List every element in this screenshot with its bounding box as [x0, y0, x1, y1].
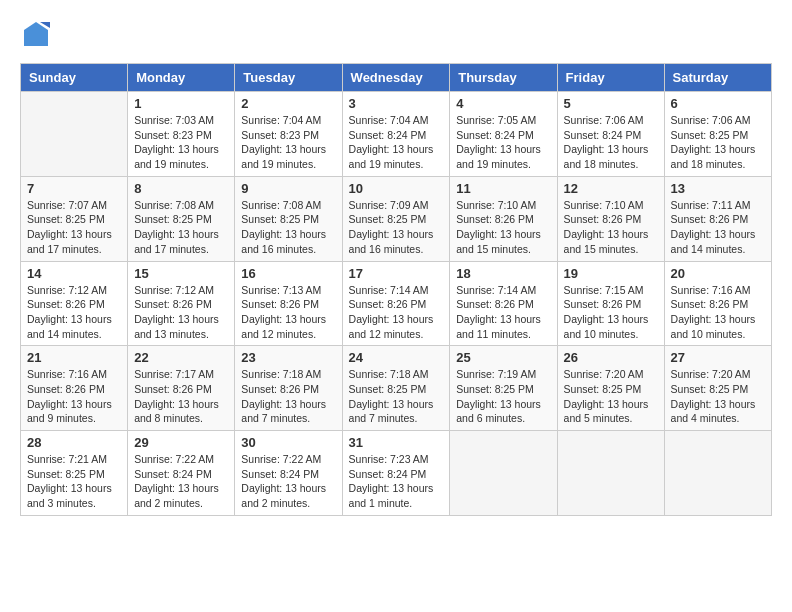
calendar-cell: 5Sunrise: 7:06 AMSunset: 8:24 PMDaylight… — [557, 92, 664, 177]
sunset-text: Sunset: 8:24 PM — [134, 467, 228, 482]
day-number: 17 — [349, 266, 444, 281]
daylight-text: Daylight: 13 hours and 2 minutes. — [134, 481, 228, 510]
sunrise-text: Sunrise: 7:23 AM — [349, 452, 444, 467]
daylight-text: Daylight: 13 hours and 19 minutes. — [456, 142, 550, 171]
sunset-text: Sunset: 8:26 PM — [134, 297, 228, 312]
calendar-cell: 13Sunrise: 7:11 AMSunset: 8:26 PMDayligh… — [664, 176, 771, 261]
day-info: Sunrise: 7:03 AMSunset: 8:23 PMDaylight:… — [134, 113, 228, 172]
sunrise-text: Sunrise: 7:19 AM — [456, 367, 550, 382]
daylight-text: Daylight: 13 hours and 15 minutes. — [456, 227, 550, 256]
calendar-cell: 23Sunrise: 7:18 AMSunset: 8:26 PMDayligh… — [235, 346, 342, 431]
daylight-text: Daylight: 13 hours and 8 minutes. — [134, 397, 228, 426]
col-header-saturday: Saturday — [664, 64, 771, 92]
day-number: 22 — [134, 350, 228, 365]
day-number: 18 — [456, 266, 550, 281]
calendar-cell: 30Sunrise: 7:22 AMSunset: 8:24 PMDayligh… — [235, 431, 342, 516]
col-header-sunday: Sunday — [21, 64, 128, 92]
daylight-text: Daylight: 13 hours and 19 minutes. — [349, 142, 444, 171]
sunrise-text: Sunrise: 7:20 AM — [671, 367, 765, 382]
calendar-cell: 16Sunrise: 7:13 AMSunset: 8:26 PMDayligh… — [235, 261, 342, 346]
day-number: 4 — [456, 96, 550, 111]
sunset-text: Sunset: 8:25 PM — [27, 467, 121, 482]
sunset-text: Sunset: 8:26 PM — [456, 297, 550, 312]
day-number: 31 — [349, 435, 444, 450]
sunset-text: Sunset: 8:26 PM — [671, 297, 765, 312]
calendar-cell: 11Sunrise: 7:10 AMSunset: 8:26 PMDayligh… — [450, 176, 557, 261]
daylight-text: Daylight: 13 hours and 10 minutes. — [564, 312, 658, 341]
day-number: 9 — [241, 181, 335, 196]
calendar-cell: 17Sunrise: 7:14 AMSunset: 8:26 PMDayligh… — [342, 261, 450, 346]
day-info: Sunrise: 7:05 AMSunset: 8:24 PMDaylight:… — [456, 113, 550, 172]
daylight-text: Daylight: 13 hours and 2 minutes. — [241, 481, 335, 510]
col-header-thursday: Thursday — [450, 64, 557, 92]
col-header-friday: Friday — [557, 64, 664, 92]
sunset-text: Sunset: 8:25 PM — [349, 212, 444, 227]
sunrise-text: Sunrise: 7:08 AM — [134, 198, 228, 213]
calendar-cell: 10Sunrise: 7:09 AMSunset: 8:25 PMDayligh… — [342, 176, 450, 261]
sunset-text: Sunset: 8:24 PM — [456, 128, 550, 143]
calendar-week-row: 7Sunrise: 7:07 AMSunset: 8:25 PMDaylight… — [21, 176, 772, 261]
sunrise-text: Sunrise: 7:14 AM — [349, 283, 444, 298]
daylight-text: Daylight: 13 hours and 19 minutes. — [134, 142, 228, 171]
calendar-header-row: SundayMondayTuesdayWednesdayThursdayFrid… — [21, 64, 772, 92]
logo-icon — [22, 20, 50, 48]
sunrise-text: Sunrise: 7:12 AM — [134, 283, 228, 298]
sunset-text: Sunset: 8:26 PM — [27, 297, 121, 312]
day-info: Sunrise: 7:23 AMSunset: 8:24 PMDaylight:… — [349, 452, 444, 511]
daylight-text: Daylight: 13 hours and 14 minutes. — [671, 227, 765, 256]
sunset-text: Sunset: 8:26 PM — [349, 297, 444, 312]
daylight-text: Daylight: 13 hours and 16 minutes. — [241, 227, 335, 256]
sunset-text: Sunset: 8:25 PM — [134, 212, 228, 227]
sunrise-text: Sunrise: 7:16 AM — [671, 283, 765, 298]
day-number: 6 — [671, 96, 765, 111]
calendar-week-row: 14Sunrise: 7:12 AMSunset: 8:26 PMDayligh… — [21, 261, 772, 346]
day-number: 24 — [349, 350, 444, 365]
calendar-cell: 21Sunrise: 7:16 AMSunset: 8:26 PMDayligh… — [21, 346, 128, 431]
sunrise-text: Sunrise: 7:07 AM — [27, 198, 121, 213]
sunrise-text: Sunrise: 7:10 AM — [564, 198, 658, 213]
sunrise-text: Sunrise: 7:22 AM — [134, 452, 228, 467]
sunset-text: Sunset: 8:25 PM — [671, 382, 765, 397]
day-info: Sunrise: 7:19 AMSunset: 8:25 PMDaylight:… — [456, 367, 550, 426]
sunrise-text: Sunrise: 7:11 AM — [671, 198, 765, 213]
day-number: 27 — [671, 350, 765, 365]
sunrise-text: Sunrise: 7:15 AM — [564, 283, 658, 298]
col-header-wednesday: Wednesday — [342, 64, 450, 92]
calendar-cell: 26Sunrise: 7:20 AMSunset: 8:25 PMDayligh… — [557, 346, 664, 431]
day-info: Sunrise: 7:12 AMSunset: 8:26 PMDaylight:… — [27, 283, 121, 342]
sunrise-text: Sunrise: 7:06 AM — [564, 113, 658, 128]
calendar-cell — [450, 431, 557, 516]
day-info: Sunrise: 7:22 AMSunset: 8:24 PMDaylight:… — [241, 452, 335, 511]
sunset-text: Sunset: 8:26 PM — [27, 382, 121, 397]
sunrise-text: Sunrise: 7:18 AM — [241, 367, 335, 382]
day-info: Sunrise: 7:07 AMSunset: 8:25 PMDaylight:… — [27, 198, 121, 257]
daylight-text: Daylight: 13 hours and 17 minutes. — [27, 227, 121, 256]
day-info: Sunrise: 7:18 AMSunset: 8:26 PMDaylight:… — [241, 367, 335, 426]
day-number: 13 — [671, 181, 765, 196]
calendar-cell: 24Sunrise: 7:18 AMSunset: 8:25 PMDayligh… — [342, 346, 450, 431]
sunset-text: Sunset: 8:26 PM — [564, 212, 658, 227]
sunrise-text: Sunrise: 7:08 AM — [241, 198, 335, 213]
day-number: 16 — [241, 266, 335, 281]
calendar-cell: 25Sunrise: 7:19 AMSunset: 8:25 PMDayligh… — [450, 346, 557, 431]
sunrise-text: Sunrise: 7:10 AM — [456, 198, 550, 213]
calendar-cell: 29Sunrise: 7:22 AMSunset: 8:24 PMDayligh… — [128, 431, 235, 516]
day-number: 11 — [456, 181, 550, 196]
sunset-text: Sunset: 8:24 PM — [349, 128, 444, 143]
sunset-text: Sunset: 8:25 PM — [27, 212, 121, 227]
day-info: Sunrise: 7:14 AMSunset: 8:26 PMDaylight:… — [349, 283, 444, 342]
day-info: Sunrise: 7:12 AMSunset: 8:26 PMDaylight:… — [134, 283, 228, 342]
day-number: 10 — [349, 181, 444, 196]
daylight-text: Daylight: 13 hours and 13 minutes. — [134, 312, 228, 341]
day-info: Sunrise: 7:21 AMSunset: 8:25 PMDaylight:… — [27, 452, 121, 511]
day-number: 20 — [671, 266, 765, 281]
calendar-cell: 22Sunrise: 7:17 AMSunset: 8:26 PMDayligh… — [128, 346, 235, 431]
day-info: Sunrise: 7:16 AMSunset: 8:26 PMDaylight:… — [27, 367, 121, 426]
daylight-text: Daylight: 13 hours and 10 minutes. — [671, 312, 765, 341]
daylight-text: Daylight: 13 hours and 18 minutes. — [671, 142, 765, 171]
day-number: 2 — [241, 96, 335, 111]
col-header-monday: Monday — [128, 64, 235, 92]
calendar-cell — [664, 431, 771, 516]
day-number: 25 — [456, 350, 550, 365]
calendar-cell: 31Sunrise: 7:23 AMSunset: 8:24 PMDayligh… — [342, 431, 450, 516]
